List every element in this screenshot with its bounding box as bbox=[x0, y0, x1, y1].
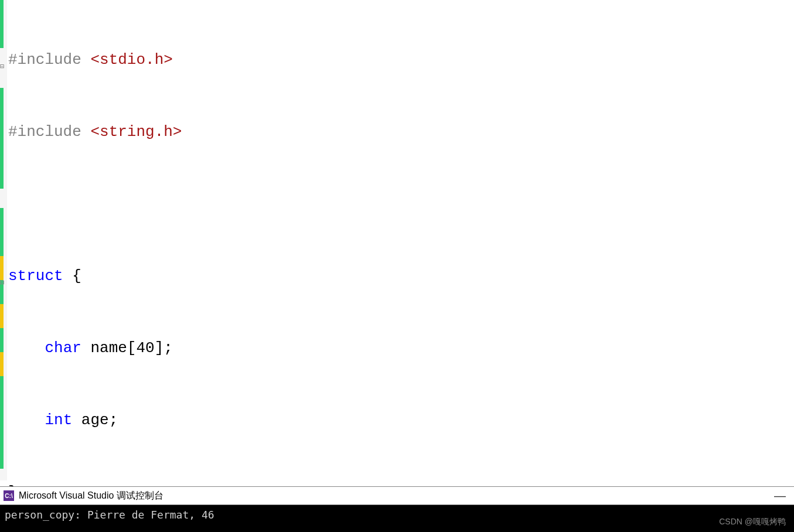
change-marker bbox=[0, 0, 4, 48]
code-text: #include bbox=[8, 51, 90, 69]
watermark: CSDN @嘎嘎烤鸭 bbox=[719, 517, 786, 527]
code-area[interactable]: ⊟#include <stdio.h> #include <string.h> … bbox=[8, 0, 666, 532]
change-marker-modified bbox=[0, 352, 4, 376]
minimize-button[interactable]: — bbox=[769, 489, 790, 503]
code-text: { bbox=[63, 267, 81, 285]
console-title-text: Microsoft Visual Studio 调试控制台 bbox=[19, 490, 163, 502]
code-text: age; bbox=[72, 411, 118, 429]
console-output-text: person_copy: Pierre de Fermat, 46 bbox=[5, 509, 214, 521]
vs-icon: C:\ bbox=[4, 490, 14, 501]
code-text: 40 bbox=[136, 339, 154, 357]
fold-icon[interactable]: ⊟ bbox=[0, 271, 4, 295]
change-marker bbox=[0, 88, 4, 189]
fold-icon[interactable]: ⊟ bbox=[0, 55, 4, 79]
code-text: ]; bbox=[155, 339, 173, 357]
change-marker-modified bbox=[0, 304, 4, 328]
code-text: <stdio.h> bbox=[90, 51, 172, 69]
code-text: #include bbox=[8, 123, 90, 141]
code-text: struct bbox=[8, 267, 63, 285]
code-text: name[ bbox=[81, 339, 137, 357]
change-marker bbox=[0, 208, 4, 469]
console-title-bar[interactable]: C:\ Microsoft Visual Studio 调试控制台 — bbox=[0, 486, 794, 505]
code-text: char bbox=[45, 339, 81, 357]
code-text: int bbox=[45, 411, 72, 429]
code-text: <string.h> bbox=[90, 123, 182, 141]
console-output[interactable]: person_copy: Pierre de Fermat, 46 bbox=[0, 505, 794, 532]
code-editor[interactable]: ⊟#include <stdio.h> #include <string.h> … bbox=[0, 0, 794, 480]
